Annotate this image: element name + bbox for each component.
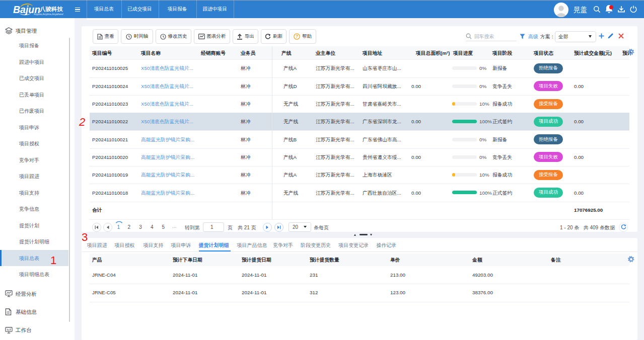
svg-text:?: ? bbox=[296, 34, 298, 39]
svg-text:八骏科技: 八骏科技 bbox=[39, 6, 63, 13]
svg-text:Anyone,Anytime,Anywhere!: Anyone,Anytime,Anywhere! bbox=[34, 13, 63, 16]
